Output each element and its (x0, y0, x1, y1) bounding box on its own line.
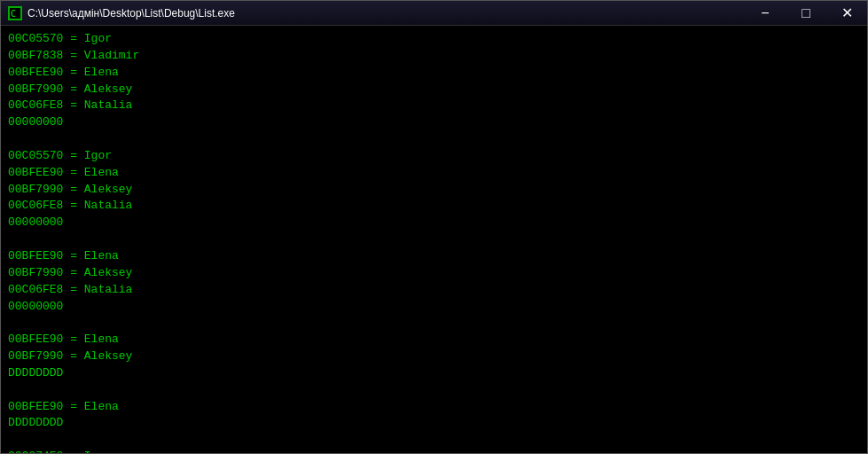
svg-text:C: C (11, 9, 16, 19)
console-window: C C:\Users\адмін\Desktop\List\Debug\List… (0, 0, 868, 454)
console-line (8, 131, 860, 148)
console-line: 00BFEE90 = Elena (8, 165, 860, 182)
console-line: 00000000 (8, 299, 860, 316)
console-line: 00BFEE90 = Elena (8, 332, 860, 348)
console-line (8, 382, 860, 399)
console-line: 00C074E8 = Igor (8, 449, 860, 453)
console-line: 00BF7990 = Aleksey (8, 348, 860, 365)
console-line: 00BFEE90 = Elena (8, 248, 860, 265)
close-button[interactable]: ✕ (826, 1, 867, 26)
console-line: DDDDDDDD (8, 365, 860, 382)
console-line: 00BF7990 = Aleksey (8, 182, 860, 199)
console-line: 00BF7990 = Aleksey (8, 265, 860, 282)
console-line: 00BF7990 = Aleksey (8, 82, 860, 98)
console-line: 00BFEE90 = Elena (8, 399, 860, 416)
maximize-button[interactable]: □ (786, 1, 826, 26)
minimize-button[interactable]: − (745, 1, 786, 26)
console-line: 00BFEE90 = Elena (8, 65, 860, 82)
console-line (8, 231, 860, 248)
console-line: 00000000 (8, 114, 860, 131)
console-line: 00000000 (8, 215, 860, 231)
console-output: 00C05570 = Igor00BF7838 = Vladimir00BFEE… (1, 26, 867, 453)
console-line: 00C06FE8 = Natalia (8, 198, 860, 215)
console-line: 00C05570 = Igor (8, 31, 860, 48)
console-line: DDDDDDDD (8, 415, 860, 432)
console-line: 00C06FE8 = Natalia (8, 98, 860, 114)
title-bar-text: C:\Users\адмін\Desktop\List\Debug\List.e… (27, 7, 860, 20)
console-line: 00C06FE8 = Natalia (8, 282, 860, 299)
window-icon: C (8, 6, 22, 20)
console-line: 00C05570 = Igor (8, 148, 860, 165)
console-line (8, 315, 860, 332)
console-line: 00BF7838 = Vladimir (8, 48, 860, 65)
title-bar-controls: − □ ✕ (745, 1, 867, 26)
console-line (8, 432, 860, 449)
title-bar: C C:\Users\адмін\Desktop\List\Debug\List… (1, 1, 867, 26)
